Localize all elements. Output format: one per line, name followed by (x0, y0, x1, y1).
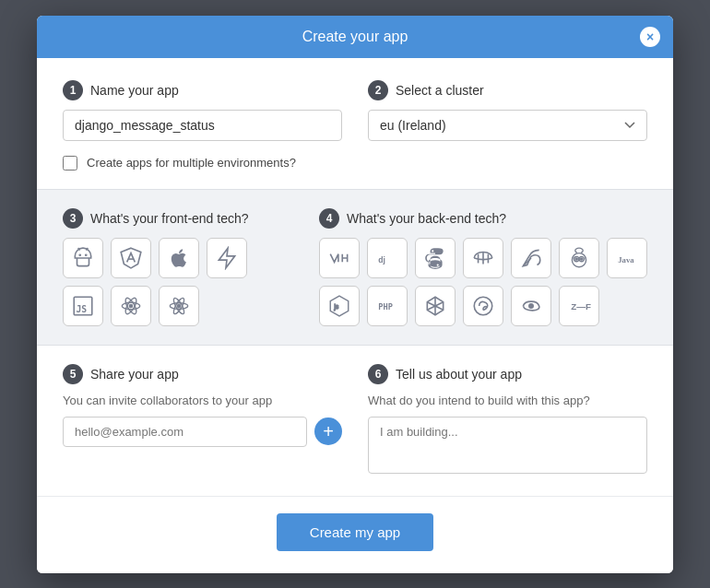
step2-badge: 2 (368, 80, 388, 100)
backend-label-text: What's your back-end tech? (347, 211, 506, 226)
svg-text:js: js (334, 303, 339, 311)
backend-icons-row2: js PHP (319, 286, 647, 326)
create-app-button[interactable]: Create my app (277, 513, 433, 551)
cluster-col: 2 Select a cluster eu (Ireland) us-east-… (368, 80, 647, 141)
step5-badge: 5 (63, 364, 83, 384)
svg-point-12 (129, 304, 132, 307)
frontend-col: 3 What's your front-end tech? (63, 208, 293, 326)
frontend-label: 3 What's your front-end tech? (63, 208, 293, 229)
svg-point-1 (86, 254, 87, 255)
modal-title: Create your app (302, 29, 408, 45)
step6-badge: 6 (368, 364, 388, 384)
svg-point-0 (79, 254, 80, 255)
app-description-textarea[interactable] (368, 417, 647, 474)
share-description: You can invite collaborators to your app (63, 394, 342, 407)
tell-label: 6 Tell us about your app (368, 364, 647, 384)
step3-badge: 3 (63, 208, 83, 229)
name-label-text: Name your app (90, 83, 179, 98)
top-section: 1 Name your app 2 Select a cluster eu (I… (37, 58, 673, 189)
frontend-icons: JS (63, 238, 293, 326)
cluster-select[interactable]: eu (Ireland) us-east-1 ap-southeast-1 (368, 110, 647, 141)
svg-point-18 (432, 250, 433, 252)
tech-section: 3 What's your front-end tech? (37, 190, 673, 345)
zend-icon-btn[interactable]: Z—F (559, 286, 599, 326)
net-icon-btn[interactable] (319, 238, 360, 278)
add-collaborator-button[interactable]: + (314, 417, 342, 445)
backend-icons-wrap: dj (319, 238, 647, 326)
tell-label-text: Tell us about your app (396, 367, 522, 382)
create-app-modal: Create your app × 1 Name your app 2 (37, 16, 673, 573)
flash-icon-btn[interactable] (207, 238, 247, 278)
cluster-label-text: Select a cluster (396, 83, 484, 98)
svg-point-16 (177, 304, 180, 307)
svg-marker-30 (330, 296, 349, 316)
tech-row: 3 What's your front-end tech? (63, 208, 647, 326)
angular-icon-btn[interactable] (111, 238, 151, 278)
react-icon-btn[interactable] (111, 286, 151, 326)
cluster-label: 2 Select a cluster (368, 80, 647, 100)
backend-col: 4 What's your back-end tech? (319, 208, 647, 326)
share-label: 5 Share your app (63, 364, 342, 384)
svg-point-38 (529, 303, 533, 307)
atom-icon-btn[interactable] (159, 286, 199, 326)
javascript-icon-btn[interactable]: JS (63, 286, 103, 326)
owl-icon-btn[interactable] (559, 238, 599, 278)
share-tell-row: 5 Share your app You can invite collabor… (63, 364, 647, 477)
share-col: 5 Share your app You can invite collabor… (63, 364, 342, 477)
frontend-label-text: What's your front-end tech? (90, 211, 249, 226)
name-label: 1 Name your app (63, 80, 342, 100)
android-icon-btn[interactable] (63, 238, 103, 278)
close-button[interactable]: × (640, 27, 660, 47)
svg-text:PHP: PHP (378, 302, 393, 312)
apple-icon-btn[interactable] (159, 238, 199, 278)
tell-col: 6 Tell us about your app What do you int… (368, 364, 647, 477)
multiple-environments-checkbox[interactable] (63, 156, 77, 171)
tell-description: What do you intend to build with this ap… (368, 394, 647, 407)
name-col: 1 Name your app (63, 80, 342, 141)
modal-header: Create your app × (37, 16, 673, 58)
collaborator-email-input[interactable] (63, 417, 307, 447)
share-label-text: Share your app (90, 367, 179, 382)
nodejs-icon-btn[interactable]: js (319, 286, 360, 326)
rails-icon-btn[interactable] (463, 238, 503, 278)
environments-checkbox-row: Create apps for multiple environments? (63, 156, 647, 171)
backend-icons-row1: dj (319, 238, 647, 278)
symfony-icon-btn[interactable] (463, 286, 503, 326)
bottom-section: 5 Share your app You can invite collabor… (37, 346, 673, 496)
net2-icon-btn[interactable] (415, 286, 456, 326)
java-icon-btn[interactable]: Java (607, 238, 647, 278)
modal-body: 1 Name your app 2 Select a cluster eu (I… (37, 58, 673, 496)
svg-text:JS: JS (76, 303, 87, 313)
modal-footer: Create my app (37, 496, 673, 573)
name-cluster-row: 1 Name your app 2 Select a cluster eu (I… (63, 80, 647, 141)
feather-icon-btn[interactable] (511, 238, 551, 278)
django-icon-btn[interactable]: dj (367, 238, 408, 278)
svg-point-27 (575, 258, 577, 260)
svg-point-19 (437, 264, 439, 265)
app-name-input[interactable] (63, 110, 342, 141)
php-icon-btn[interactable]: PHP (367, 286, 408, 326)
step4-badge: 4 (319, 208, 339, 229)
email-row: + (63, 417, 342, 447)
backend-label: 4 What's your back-end tech? (319, 208, 647, 229)
step1-badge: 1 (63, 80, 83, 100)
svg-point-28 (581, 258, 583, 260)
python-icon-btn[interactable] (415, 238, 456, 278)
svg-text:Z—F: Z—F (571, 301, 591, 312)
svg-marker-6 (219, 248, 234, 268)
checkbox-label: Create apps for multiple environments? (87, 156, 296, 170)
falcor-icon-btn[interactable] (511, 286, 551, 326)
svg-point-37 (474, 297, 492, 315)
svg-text:Java: Java (618, 255, 634, 265)
svg-text:dj: dj (378, 255, 385, 265)
svg-marker-4 (121, 248, 141, 268)
